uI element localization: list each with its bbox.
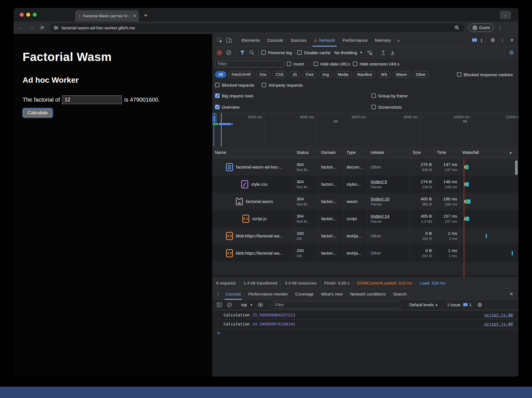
drawer-tab-search[interactable]: Search (389, 288, 410, 300)
checkbox-unchecked[interactable] (371, 93, 376, 98)
chip-js[interactable]: JS (289, 71, 300, 78)
console-source-link[interactable]: script.js:40 (484, 322, 513, 326)
drawer-tab-network-conditions[interactable]: Network conditions (346, 288, 389, 300)
hide-extension-urls-checkbox[interactable]: Hide extension URLs (353, 62, 399, 66)
import-har-icon[interactable] (379, 49, 387, 56)
tab-sources[interactable]: Sources (287, 34, 310, 47)
tab-console[interactable]: Console (264, 34, 287, 47)
checkbox-unchecked[interactable] (353, 62, 357, 66)
calculate-button[interactable]: Calculate (23, 109, 52, 117)
checkbox-unchecked[interactable] (371, 105, 376, 109)
search-network-icon[interactable] (248, 49, 256, 56)
tab-network[interactable]: ⚠Network (310, 34, 339, 47)
table-row[interactable]: factorial-wasm-ad-hoc-...304Not M...fact… (212, 158, 518, 176)
disable-cache-checkbox[interactable]: Disable cache (297, 50, 330, 55)
drawer-close-icon[interactable]: ✕ (507, 290, 516, 298)
export-har-icon[interactable] (388, 49, 397, 56)
issues-counter[interactable]: 1 Issue: 1 (447, 303, 472, 307)
big-request-rows-checkbox[interactable]: Big request rows (215, 93, 371, 98)
console-settings-icon[interactable]: ⚙ (476, 301, 484, 309)
chip-font[interactable]: Font (302, 71, 317, 78)
inspect-element-icon[interactable] (216, 36, 224, 44)
column-header-name[interactable]: Name (212, 146, 294, 158)
device-toolbar-icon[interactable] (225, 36, 233, 44)
group-by-frame-checkbox[interactable]: Group by frame (371, 93, 516, 98)
drawer-tab-console[interactable]: Console (222, 288, 245, 300)
chip-manifest[interactable]: Manifest (354, 71, 376, 78)
chip-css[interactable]: CSS (272, 71, 287, 78)
profile-button[interactable]: Guest (468, 23, 494, 32)
record-network-log-icon[interactable] (215, 49, 224, 56)
checkbox-unchecked[interactable] (215, 83, 220, 87)
network-conditions-icon[interactable] (365, 49, 374, 56)
chip-fetch-xhr[interactable]: Fetch/XHR (228, 71, 254, 78)
checkbox-unchecked[interactable] (262, 83, 266, 87)
chip-ws[interactable]: WS (378, 71, 391, 78)
tab-memory[interactable]: Memory (371, 34, 395, 47)
request-name-cell[interactable]: style.css (212, 176, 294, 193)
table-row[interactable]: blob:https://factorial-wa...200OKfactori… (212, 244, 518, 262)
request-name-cell[interactable]: WAfactorial.wasm (212, 193, 294, 210)
tab-close-icon[interactable]: ✕ (133, 14, 136, 18)
blocked-response-cookies-checkbox[interactable]: Blocked response cookies (457, 72, 513, 77)
column-header-type[interactable]: Type (344, 146, 368, 158)
console-sidebar-icon[interactable] (215, 301, 224, 309)
column-header-initiator[interactable]: Initiator (368, 146, 410, 158)
drawer-tab-performance-monitor[interactable]: Performance monitor (245, 288, 292, 300)
checkbox-checked[interactable] (215, 93, 220, 98)
blocked-requests-checkbox[interactable]: Blocked requests (215, 83, 254, 88)
network-filter-input[interactable] (215, 60, 284, 67)
checkbox-unchecked[interactable] (314, 62, 318, 66)
tab-search-button[interactable]: ⌄ (500, 11, 511, 19)
screenshots-checkbox[interactable]: Screenshots (371, 105, 516, 110)
zoom-icon[interactable] (453, 24, 461, 32)
column-header-waterfall[interactable]: Waterfall▲ (460, 146, 518, 158)
table-row[interactable]: blob:https://factorial-wa...200OKfactori… (212, 227, 518, 244)
chip-other[interactable]: Other (412, 71, 429, 78)
issues-icon[interactable] (470, 36, 479, 44)
checkbox-unchecked[interactable] (261, 50, 266, 55)
devtools-settings-icon[interactable]: ⚙ (489, 36, 497, 44)
forward-button[interactable]: → (28, 25, 35, 31)
initiator-link[interactable]: (index):10 (371, 196, 410, 202)
overview-checkbox[interactable]: Overview (215, 105, 371, 110)
request-name-cell[interactable]: blob:https://factorial-wa... (212, 227, 294, 244)
column-header-status[interactable]: Status (294, 146, 319, 158)
minimize-window-button[interactable] (26, 13, 30, 17)
tab-performance[interactable]: Performance (339, 34, 371, 47)
chip-all[interactable]: All (215, 71, 226, 78)
table-row[interactable]: script.js304Not M...factori...script(ind… (212, 210, 518, 227)
default-levels-dropdown[interactable]: Default levels ▼ (409, 303, 438, 307)
devtools-close-icon[interactable]: ✕ (508, 36, 516, 44)
more-tabs-button[interactable]: » (395, 38, 402, 43)
throttling-dropdown[interactable]: No throttling (334, 50, 357, 55)
browser-menu-button[interactable]: ⋮ (498, 25, 502, 31)
drawer-tab-what-s-new[interactable]: What's new (317, 288, 346, 300)
checkbox-unchecked[interactable] (297, 50, 302, 55)
checkbox-checked[interactable] (215, 105, 220, 109)
request-name-cell[interactable]: script.js (212, 210, 294, 227)
table-scrollbar[interactable] (515, 160, 518, 175)
issues-count[interactable]: 1 (480, 38, 483, 43)
request-name-cell[interactable]: blob:https://factorial-wa... (212, 244, 294, 262)
initiator-link[interactable]: (index):5 (371, 179, 410, 185)
factorial-input[interactable] (62, 95, 122, 104)
chip-img[interactable]: Img (319, 71, 332, 78)
site-settings-icon[interactable] (53, 24, 59, 32)
chip-media[interactable]: Media (334, 71, 352, 78)
drawer-tab-coverage[interactable]: Coverage (292, 288, 317, 300)
new-tab-button[interactable]: + (144, 12, 148, 19)
clear-console-icon[interactable] (225, 301, 234, 309)
url-text[interactable]: factorial-wasm-ad-hoc-worker.glitch.me (62, 25, 450, 30)
devtools-menu-icon[interactable]: ⋮ (498, 36, 507, 44)
console-filter-input[interactable] (272, 301, 400, 309)
table-row[interactable]: WAfactorial.wasm304Not M...factori...was… (212, 193, 518, 210)
chip-wasm[interactable]: Wasm (393, 71, 410, 78)
browser-tab[interactable]: ! Factorial Wasm (ad hoc Worl ✕ (75, 10, 139, 21)
initiator-link[interactable]: (index):14 (371, 213, 410, 219)
console-source-link[interactable]: script.js:40 (484, 313, 513, 317)
column-header-time[interactable]: Time (434, 146, 460, 158)
column-header-size[interactable]: Size (410, 146, 434, 158)
checkbox-unchecked[interactable] (287, 62, 291, 66)
chip-doc[interactable]: Doc (256, 71, 270, 78)
